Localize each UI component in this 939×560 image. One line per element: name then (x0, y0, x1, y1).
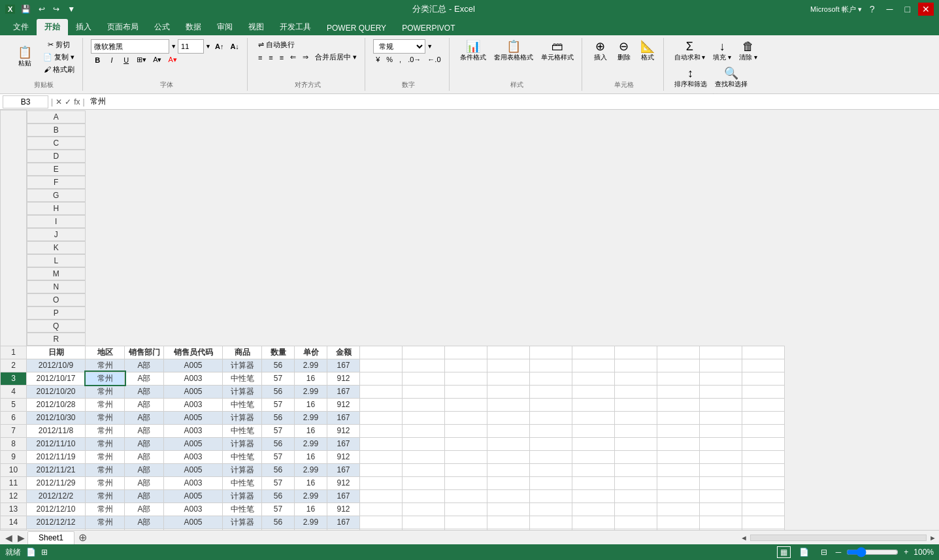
tab-powerpivot[interactable]: POWERPIVOT (394, 21, 463, 35)
empty-cell[interactable] (742, 359, 785, 372)
cell[interactable]: 2012/11/29 (27, 476, 86, 489)
empty-cell[interactable] (487, 516, 530, 529)
percent-btn[interactable]: % (384, 55, 395, 64)
cell[interactable]: A部 (125, 489, 164, 502)
empty-cell[interactable] (403, 437, 445, 450)
tab-formula[interactable]: 公式 (146, 19, 178, 35)
empty-cell[interactable] (700, 385, 742, 398)
cell[interactable]: 912 (327, 372, 360, 385)
cell[interactable]: 57 (262, 398, 295, 411)
cell[interactable]: 2012/11/10 (27, 437, 86, 450)
border-btn[interactable]: ⊞▾ (134, 55, 149, 65)
confirm-formula-btn[interactable]: ✓ (65, 97, 71, 107)
cell[interactable]: 912 (327, 424, 360, 437)
cell[interactable]: A003 (164, 372, 223, 385)
cell[interactable]: 167 (327, 516, 360, 529)
empty-cell[interactable] (487, 385, 530, 398)
empty-cell[interactable] (530, 529, 572, 530)
italic-btn[interactable]: I (105, 56, 118, 65)
cell[interactable]: 167 (327, 463, 360, 476)
cell[interactable]: A003 (164, 476, 223, 489)
cell[interactable]: 常州 (86, 411, 125, 424)
col-header-E[interactable]: E (27, 163, 86, 176)
cell[interactable]: 2012/10/17 (27, 372, 86, 385)
formula-input[interactable] (88, 97, 936, 107)
insert-btn[interactable]: ⊕ 插入 (590, 39, 611, 63)
tab-power-query[interactable]: POWER QUERY (319, 21, 394, 35)
col-header-F[interactable]: F (27, 176, 86, 189)
cell[interactable]: 912 (327, 502, 360, 516)
wrap-text-btn[interactable]: ⇌ 自动换行 (255, 39, 297, 50)
cell[interactable]: 2012/12/10 (27, 502, 86, 516)
empty-cell[interactable] (700, 489, 742, 502)
cell[interactable]: 57 (262, 424, 295, 437)
empty-cell[interactable] (657, 516, 700, 529)
cell[interactable]: 56 (262, 489, 295, 502)
cell[interactable]: 常州 (86, 502, 125, 516)
tab-view[interactable]: 视图 (240, 19, 272, 35)
empty-cell[interactable] (530, 424, 572, 437)
empty-cell[interactable] (572, 450, 615, 463)
cell[interactable]: A部 (125, 476, 164, 489)
cell[interactable]: 2012/10/28 (27, 398, 86, 411)
cell[interactable]: 计算器 (223, 463, 262, 476)
empty-cell[interactable] (530, 385, 572, 398)
empty-cell[interactable] (530, 450, 572, 463)
cell[interactable]: 56 (262, 437, 295, 450)
empty-cell[interactable] (742, 450, 785, 463)
cell[interactable]: A003 (164, 529, 223, 530)
decrease-decimal-btn[interactable]: ←.0 (425, 55, 443, 64)
empty-cell[interactable] (742, 502, 785, 516)
empty-cell[interactable] (572, 398, 615, 411)
cell[interactable]: A部 (125, 424, 164, 437)
empty-cell[interactable] (742, 424, 785, 437)
empty-cell[interactable] (572, 502, 615, 516)
col-header-K[interactable]: K (27, 241, 86, 254)
empty-cell[interactable] (530, 437, 572, 450)
cell[interactable]: 56 (262, 411, 295, 424)
empty-cell[interactable] (360, 502, 403, 516)
qa-dropdown-btn[interactable]: ▼ (65, 4, 77, 14)
cell[interactable]: 2012/11/19 (27, 450, 86, 463)
empty-cell[interactable] (445, 463, 487, 476)
col-header-B[interactable]: B (27, 124, 86, 137)
cell[interactable]: 16 (295, 372, 327, 385)
cell[interactable]: 16 (295, 529, 327, 530)
page-layout-btn[interactable]: 📄 (796, 546, 812, 558)
empty-cell[interactable] (530, 476, 572, 489)
thousand-sep-btn[interactable]: , (397, 55, 404, 64)
cell[interactable]: 16 (295, 502, 327, 516)
user-account[interactable]: Microsoft 帐户 ▾ (810, 5, 862, 14)
empty-cell[interactable] (360, 516, 403, 529)
col-header-G[interactable]: G (27, 189, 86, 202)
empty-cell[interactable] (445, 411, 487, 424)
empty-cell[interactable] (403, 463, 445, 476)
header-qty[interactable]: 数量 (262, 346, 295, 359)
cell[interactable]: 16 (295, 476, 327, 489)
header-dept[interactable]: 销售部门 (125, 346, 164, 359)
empty-cell[interactable] (657, 424, 700, 437)
empty-cell[interactable] (530, 463, 572, 476)
cell[interactable]: 常州 (86, 424, 125, 437)
col-header-C[interactable]: C (27, 137, 86, 150)
cell[interactable]: 中性笔 (223, 398, 262, 411)
copy-btn[interactable]: 📄 复制 ▾ (41, 52, 77, 63)
empty-cell[interactable] (615, 529, 657, 530)
cell[interactable]: A部 (125, 516, 164, 529)
cell[interactable]: 2012/11/8 (27, 424, 86, 437)
cell[interactable]: A005 (164, 385, 223, 398)
cell[interactable]: 167 (327, 385, 360, 398)
empty-cell[interactable] (487, 502, 530, 516)
number-format-dropdown[interactable]: ▼ (427, 43, 433, 50)
cell[interactable]: 2.99 (295, 489, 327, 502)
col-header-R[interactable]: R (27, 333, 86, 346)
cell[interactable]: 56 (262, 463, 295, 476)
empty-cell[interactable] (487, 424, 530, 437)
font-name-dropdown[interactable]: ▼ (171, 43, 176, 50)
cell[interactable]: 中性笔 (223, 502, 262, 516)
empty-cell[interactable] (742, 476, 785, 489)
cell[interactable]: 中性笔 (223, 372, 262, 385)
empty-cell[interactable] (572, 489, 615, 502)
cell[interactable]: 16 (295, 450, 327, 463)
empty-cell[interactable] (657, 450, 700, 463)
